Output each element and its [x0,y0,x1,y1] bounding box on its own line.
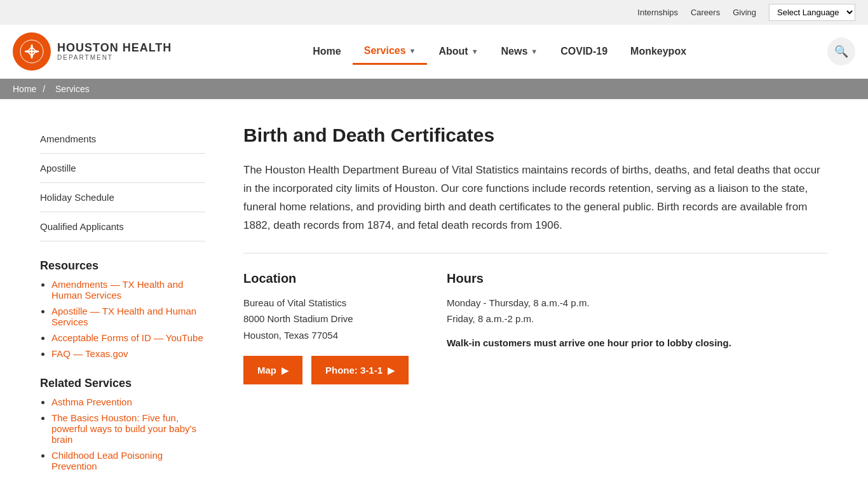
nav-news[interactable]: News ▼ [490,39,550,64]
list-item: FAQ — Texas.gov [51,348,205,359]
logo-icon [20,39,44,64]
article-title: Birth and Death Certificates [243,125,828,146]
svg-point-4 [31,46,33,48]
search-icon: 🔍 [834,44,848,58]
nav-monkeypox[interactable]: Monkeypox [619,39,698,64]
hours-line1: Monday - Thursday, 8 a.m.-4 p.m. [447,295,731,311]
hours-col: Hours Monday - Thursday, 8 a.m.-4 p.m. F… [447,271,731,385]
resources-list: Amendments — TX Health and Human Service… [40,279,205,359]
map-arrow-icon: ▶ [281,365,288,376]
btn-row: Map ▶ Phone: 3-1-1 ▶ [243,356,409,384]
sidebar-amendments[interactable]: Amendments [40,125,205,154]
breadcrumb-current: Services [55,84,90,94]
info-grid: Location Bureau of Vital Statistics 8000… [243,271,828,385]
phone-label: Phone: 3-1-1 [325,365,383,376]
breadcrumb-home[interactable]: Home [13,84,36,94]
related-list: Asthma Prevention The Basics Houston: Fi… [40,396,205,471]
list-item: Asthma Prevention [51,396,205,407]
logo-main-text: HOUSTON HEALTH [57,42,172,55]
list-item: The Basics Houston: Five fun, powerful w… [51,412,205,445]
logo-circle [13,32,51,71]
resources-title: Resources [40,259,205,273]
news-chevron: ▼ [531,48,538,55]
list-item: Acceptable Forms of ID — YouTube [51,332,205,343]
sidebar-qualified[interactable]: Qualified Applicants [40,212,205,241]
main-content: Amendments Apostille Holiday Schedule Qu… [21,99,847,488]
phone-button[interactable]: Phone: 3-1-1 ▶ [311,356,409,384]
sidebar-apostille[interactable]: Apostille [40,154,205,183]
svg-point-5 [31,55,33,57]
list-item: Apostille — TX Health and Human Services [51,306,205,327]
hours-title: Hours [447,271,731,286]
resource-apostille[interactable]: Apostille — TX Health and Human Services [51,306,196,327]
nav-about[interactable]: About ▼ [427,39,489,64]
giving-link[interactable]: Giving [733,8,756,17]
search-button[interactable]: 🔍 [827,37,855,65]
related-services-title: Related Services [40,377,205,390]
nav-home[interactable]: Home [301,39,352,64]
related-lead[interactable]: Childhood Lead Poisoning Prevention [51,450,163,471]
list-item: Amendments — TX Health and Human Service… [51,279,205,301]
nav-services[interactable]: Services ▼ [353,39,428,65]
breadcrumb: Home / Services [0,79,868,99]
top-bar: Internships Careers Giving Select Langua… [0,0,868,25]
logo-text: HOUSTON HEALTH DEPARTMENT [57,42,172,62]
main-nav: Home Services ▼ About ▼ News ▼ COVID-19 … [301,39,698,65]
location-address1: 8000 North Stadium Drive [243,311,409,327]
services-chevron: ▼ [409,47,416,55]
sidebar-holiday[interactable]: Holiday Schedule [40,183,205,212]
related-basics[interactable]: The Basics Houston: Five fun, powerful w… [51,412,196,445]
logo-sub-text: DEPARTMENT [57,54,172,61]
careers-link[interactable]: Careers [691,8,720,17]
logo-link[interactable]: HOUSTON HEALTH DEPARTMENT [13,32,172,71]
article-intro: The Houston Health Department Bureau of … [243,161,828,254]
header: HOUSTON HEALTH DEPARTMENT Home Services … [0,25,868,79]
related-asthma[interactable]: Asthma Prevention [51,396,132,407]
location-title: Location [243,271,409,286]
phone-arrow-icon: ▶ [388,365,395,376]
resource-amendments[interactable]: Amendments — TX Health and Human Service… [51,279,183,301]
location-address2: Houston, Texas 77054 [243,327,409,344]
breadcrumb-separator: / [43,84,48,94]
article: Birth and Death Certificates The Houston… [243,125,828,477]
nav-covid[interactable]: COVID-19 [549,39,619,64]
map-label: Map [257,365,276,376]
svg-point-7 [35,50,37,53]
resource-faq[interactable]: FAQ — Texas.gov [51,348,128,359]
svg-point-6 [26,50,29,53]
sidebar: Amendments Apostille Holiday Schedule Qu… [40,125,205,477]
about-chevron: ▼ [471,48,478,55]
language-select[interactable]: Select Language [769,4,855,21]
resource-acceptable-id[interactable]: Acceptable Forms of ID — YouTube [51,332,203,343]
map-button[interactable]: Map ▶ [243,356,302,384]
location-name: Bureau of Vital Statistics [243,295,409,311]
hours-line2: Friday, 8 a.m.-2 p.m. [447,311,731,327]
hours-note: Walk-in customers must arrive one hour p… [447,335,731,351]
list-item: Childhood Lead Poisoning Prevention [51,450,205,471]
location-col: Location Bureau of Vital Statistics 8000… [243,271,409,385]
internships-link[interactable]: Internships [637,8,678,17]
